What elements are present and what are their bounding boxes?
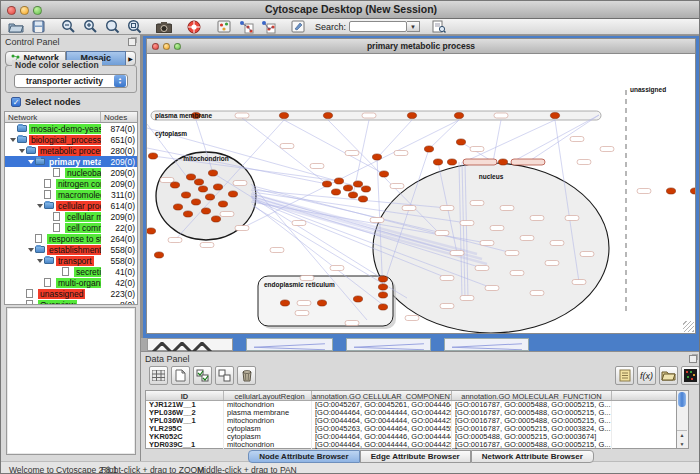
network-node-label[interactable] [550, 241, 564, 246]
network-edge[interactable] [528, 115, 599, 162]
network-node-label[interactable] [490, 226, 504, 231]
network-edge[interactable] [284, 120, 384, 174]
network-node[interactable] [378, 276, 387, 282]
search-input[interactable] [349, 21, 407, 32]
network-node[interactable] [666, 188, 675, 194]
network-node-label[interactable] [280, 144, 294, 149]
network-node-label[interactable] [345, 321, 359, 326]
expand-arrow-icon[interactable] [27, 160, 35, 164]
network-node[interactable] [191, 199, 200, 205]
network-node-label[interactable] [270, 248, 284, 253]
network-node[interactable] [348, 192, 357, 198]
network-node-label[interactable] [297, 301, 311, 306]
network-node-label[interactable] [565, 216, 579, 221]
snapshot-icon[interactable] [154, 19, 174, 34]
background-window[interactable] [346, 338, 431, 351]
network-node-label[interactable] [345, 151, 359, 156]
network-node-label[interactable] [200, 243, 214, 248]
network-node[interactable] [424, 146, 433, 152]
network-node[interactable] [201, 208, 210, 214]
zoom-selected-icon[interactable] [124, 19, 144, 34]
network-node-label[interactable] [530, 216, 544, 221]
birdseye-view[interactable] [6, 307, 136, 455]
network-node[interactable] [456, 139, 465, 145]
table-row[interactable]: YKR052Ccytoplasm[GO:0044464, GO:0044446,… [146, 433, 676, 441]
network-node[interactable] [279, 112, 288, 118]
tab-network-attribute-browser[interactable]: Network Attribute Browser [471, 450, 594, 463]
network-node-label[interactable] [440, 304, 454, 309]
network-node-label[interactable] [435, 231, 449, 236]
network-node[interactable] [323, 112, 332, 118]
zoom-fit-icon[interactable] [102, 19, 122, 34]
network-node[interactable] [198, 186, 207, 192]
network-node[interactable] [372, 154, 381, 160]
network-node-label[interactable] [510, 271, 524, 276]
tree-row[interactable]: primary metabolic209(0) [5, 156, 137, 167]
float-data-panel-icon[interactable] [689, 355, 697, 363]
network-node-label[interactable] [577, 160, 591, 165]
network-node-label[interactable] [394, 151, 408, 156]
network-node-label[interactable] [480, 241, 494, 246]
network-node-label[interactable] [600, 147, 614, 152]
network-node[interactable] [690, 188, 695, 194]
background-window[interactable] [246, 338, 333, 351]
network-node-label[interactable] [300, 276, 314, 281]
network-node[interactable] [454, 112, 463, 118]
table-row[interactable]: YPL036W__2plasma membrane[GO:0044464, GO… [146, 409, 676, 417]
tab-edge-attribute-browser[interactable]: Edge Attribute Browser [360, 450, 471, 463]
column-header[interactable]: ID [146, 391, 224, 400]
tree-row[interactable]: metabolic process280(0) [5, 145, 137, 156]
column-header[interactable]: annotation.GO MOLECULAR_FUNCTION [452, 391, 612, 400]
network-node-label[interactable] [330, 266, 344, 271]
network-node-label[interactable] [637, 189, 651, 194]
network-node-label[interactable] [570, 137, 584, 142]
open-icon[interactable] [6, 19, 26, 34]
network-node[interactable] [173, 204, 182, 210]
network-node[interactable] [343, 185, 352, 191]
network-node-label[interactable] [470, 147, 484, 152]
network-node-label[interactable] [362, 113, 376, 118]
tree-row[interactable]: mosaic-demo-yeast874(0) [5, 123, 137, 134]
network-node-label[interactable] [530, 291, 544, 296]
network-edge[interactable] [242, 118, 327, 184]
network-node-label[interactable] [405, 316, 419, 321]
network-node[interactable] [148, 153, 157, 159]
network-edge[interactable] [429, 120, 459, 149]
network-node-label[interactable] [295, 311, 309, 316]
table-row[interactable]: YPL036W__1mitochondrion[GO:0044464, GO:0… [146, 417, 676, 425]
expand-arrow-icon[interactable] [36, 259, 44, 263]
function-builder-icon[interactable]: f(x) [637, 366, 656, 385]
scrollbar-arrows[interactable]: ▲▼ [677, 430, 687, 448]
search-dropdown-icon[interactable]: ▼ [407, 21, 420, 32]
network-edge[interactable] [464, 120, 555, 162]
network-node[interactable] [208, 170, 217, 176]
network-node[interactable] [154, 252, 163, 258]
zoom-in-icon[interactable] [80, 19, 100, 34]
network-node[interactable] [378, 304, 387, 310]
network-node[interactable] [280, 300, 289, 306]
network-node-label[interactable] [580, 252, 594, 257]
attribute-create-icon[interactable] [171, 366, 190, 385]
network-edge[interactable] [493, 120, 501, 162]
tree-row[interactable]: secretion41(0) [5, 266, 137, 277]
network-node[interactable] [498, 159, 507, 165]
expand-arrow-icon[interactable] [36, 204, 44, 208]
network-node-label[interactable] [402, 206, 416, 211]
tree-row[interactable]: unassigned223(0) [5, 288, 137, 299]
network-node-label[interactable] [450, 251, 464, 256]
float-panel-icon[interactable] [128, 38, 136, 46]
network-node[interactable] [322, 181, 331, 187]
birdseye-icon[interactable] [214, 19, 234, 34]
network-node-label[interactable] [475, 266, 489, 271]
network-node[interactable] [186, 174, 195, 180]
network-node-label[interactable] [460, 221, 474, 226]
attribute-unselect-all-icon[interactable] [215, 366, 234, 385]
notes-icon[interactable] [615, 366, 634, 385]
background-window[interactable] [147, 338, 233, 351]
network-node[interactable] [378, 292, 387, 298]
network-node[interactable] [194, 179, 203, 185]
save-icon[interactable] [28, 19, 48, 34]
table-row[interactable]: YJR121W__1mitochondrion[GO:0045267, GO:0… [146, 401, 676, 409]
network-node-label[interactable] [168, 238, 182, 243]
network-node-label[interactable] [220, 212, 234, 217]
